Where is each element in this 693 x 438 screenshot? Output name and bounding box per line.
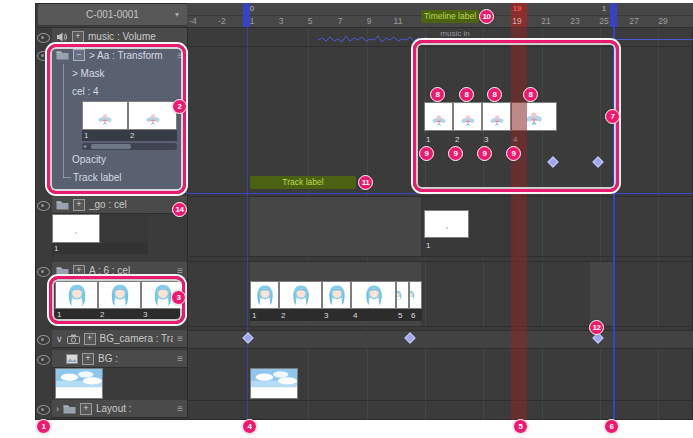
image-icon	[66, 354, 78, 364]
track-header-bg-camera[interactable]: ∨ + BG_camera : Transform ≡	[52, 330, 187, 348]
annotation-box-timeline-cels	[413, 40, 619, 192]
expand-plus-icon[interactable]: +	[72, 31, 84, 43]
annotation-badge-8: 8	[430, 87, 445, 102]
expander-open-icon[interactable]: ∨	[56, 334, 63, 344]
frame-label: 7	[332, 16, 348, 26]
row-separator	[187, 330, 693, 331]
timeline-label-chip[interactable]: Timeline label	[421, 10, 479, 23]
eye-icon[interactable]	[37, 201, 50, 211]
expander-closed-icon[interactable]: ›	[56, 404, 59, 414]
frame-label: 3	[273, 16, 289, 26]
track-header-bg[interactable]: + BG : ≡	[52, 350, 187, 368]
cel-number: 1	[252, 311, 256, 320]
cel-number: 6	[411, 311, 415, 320]
cel-number: 4	[353, 311, 357, 320]
expand-plus-icon[interactable]: +	[80, 403, 92, 415]
menu-icon[interactable]: ≡	[177, 403, 183, 414]
bg-camera-row-band[interactable]	[187, 330, 693, 348]
track-name: _go : cel	[89, 199, 173, 210]
expand-plus-icon[interactable]: +	[82, 353, 94, 365]
annotation-badge-2: 2	[172, 99, 187, 114]
eye-icon[interactable]	[37, 33, 50, 43]
expand-plus-icon[interactable]: +	[73, 199, 85, 211]
annotation-badge-7: 7	[605, 109, 620, 124]
annotation-badge-6: 6	[604, 419, 619, 434]
track-name: music : Volume	[88, 31, 183, 42]
a-timeline-cel-6[interactable]	[409, 281, 422, 309]
bg-panel-thumbnail[interactable]	[55, 368, 103, 399]
track-name: A : 6 : cel	[89, 265, 173, 276]
bg-timeline-thumbnail[interactable]	[250, 368, 298, 399]
range-end-marker[interactable]	[610, 3, 617, 27]
annotation-box-transform-group	[47, 44, 186, 194]
cel-number: 5	[398, 311, 402, 320]
folder-icon	[56, 200, 69, 210]
row-separator	[187, 261, 693, 262]
eye-icon[interactable]	[37, 335, 50, 345]
eye-icon[interactable]	[37, 405, 50, 415]
menu-icon[interactable]: ≡	[177, 265, 183, 276]
frame-label-current: 19	[509, 16, 525, 26]
row-separator	[187, 196, 693, 197]
panel-timeline-divider	[187, 3, 188, 420]
a-timeline-cel-2[interactable]	[279, 281, 322, 309]
frame-label: -2	[214, 16, 230, 26]
annotation-badge-11: 11	[358, 175, 373, 190]
chevron-down-icon: ▾	[175, 10, 179, 19]
menu-icon[interactable]: ≡	[177, 353, 183, 364]
frame-zero-line	[247, 27, 248, 420]
range-start-marker[interactable]	[243, 3, 250, 27]
a-timeline-number-strip	[250, 309, 422, 321]
animation-timeline-panel: C-001-0001 ▾ -4 -2 1 3 5 7 9 11 19 21 23…	[0, 0, 693, 438]
annotation-badge-1: 1	[36, 419, 51, 434]
frame-label: 11	[390, 16, 406, 26]
expand-plus-icon[interactable]: +	[73, 265, 85, 277]
track-name: BG :	[98, 353, 173, 364]
annotation-badge-9: 9	[477, 146, 492, 161]
eye-icon[interactable]	[37, 267, 50, 277]
take-selector-value: C-001-0001	[86, 9, 139, 20]
annotation-badge-14: 14	[172, 202, 187, 217]
expand-plus-icon[interactable]: +	[84, 333, 96, 345]
go-panel-cel[interactable]	[52, 214, 100, 243]
track-header-layout[interactable]: › + Layout : ≡	[52, 400, 187, 418]
cel-number: 3	[324, 311, 328, 320]
annotation-badge-3: 3	[171, 290, 186, 305]
camera-icon	[67, 334, 80, 344]
annotation-box-a-cels	[49, 276, 185, 324]
cel-number: 1	[426, 241, 430, 250]
a-timeline-cel-5[interactable]	[396, 281, 409, 309]
frame-label: 9	[361, 16, 377, 26]
a-timeline-cel-4[interactable]	[351, 281, 396, 309]
track-group-blue-line	[187, 193, 693, 194]
row-separator	[187, 256, 693, 257]
menu-icon[interactable]: ≡	[177, 333, 183, 344]
go-number-strip	[52, 243, 148, 254]
frame-label: 27	[626, 16, 642, 26]
a-clip-band-tail[interactable]	[590, 262, 613, 326]
row-separator	[187, 326, 693, 327]
row-separator	[187, 400, 693, 401]
folder-icon	[56, 266, 69, 276]
annotation-badge-9: 9	[448, 146, 463, 161]
row-separator	[187, 348, 693, 349]
current-frame-indicator: 19	[509, 4, 525, 13]
take-selector-dropdown[interactable]: C-001-0001 ▾	[38, 4, 187, 25]
annotation-badge-10: 10	[479, 9, 494, 24]
annotation-badge-4: 4	[242, 419, 257, 434]
folder-icon	[63, 404, 76, 414]
annotation-badge-9: 9	[419, 146, 434, 161]
eye-icon[interactable]	[37, 355, 50, 365]
frame-label: 23	[567, 16, 583, 26]
frame-label: 21	[538, 16, 554, 26]
go-panel-cel-empty[interactable]	[100, 214, 148, 243]
go-clip-band[interactable]	[250, 196, 421, 256]
frame-label: 5	[302, 16, 318, 26]
cel-number: 1	[54, 244, 58, 253]
a-timeline-cel-3[interactable]	[322, 281, 351, 309]
track-label-chip[interactable]: Track label	[250, 176, 356, 189]
go-timeline-cel[interactable]	[424, 210, 469, 238]
a-timeline-cel-1[interactable]	[250, 281, 279, 309]
annotation-badge-8: 8	[459, 87, 474, 102]
track-header-go[interactable]: + _go : cel ≡	[52, 196, 187, 214]
